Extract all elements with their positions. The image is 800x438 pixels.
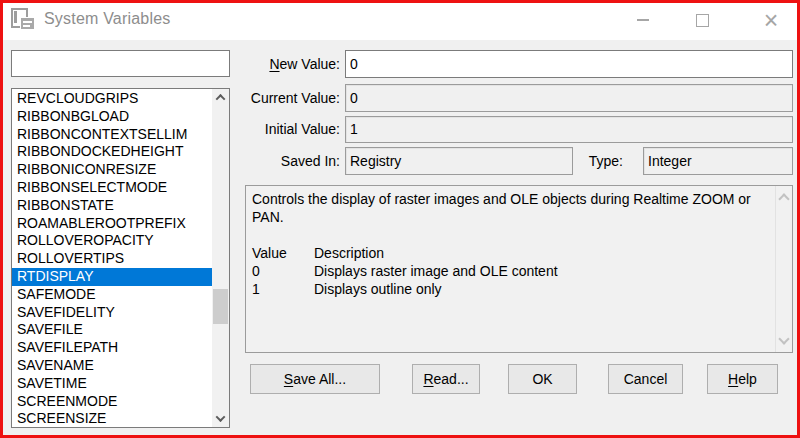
list-item[interactable]: RIBBONSTATE [12, 197, 212, 215]
new-value-input[interactable] [345, 50, 793, 78]
list-item[interactable]: ROLLOVERTIPS [12, 250, 212, 268]
scroll-thumb[interactable] [213, 289, 228, 324]
minimize-button[interactable] [625, 4, 661, 36]
value-cell: 1 [252, 280, 314, 298]
window-title: System Variables [44, 10, 171, 28]
list-item[interactable]: ROAMABLEROOTPREFIX [12, 215, 212, 233]
minimize-icon [637, 19, 649, 21]
table-header-row: Value Description [252, 244, 773, 262]
list-item[interactable]: SAVEFIDELITY [12, 304, 212, 322]
close-icon: × [764, 8, 779, 33]
current-value-label: Current Value: [240, 84, 340, 112]
description-paragraph: Controls the display of raster images an… [252, 190, 773, 226]
type-label: Type: [523, 147, 623, 175]
list-item[interactable]: RIBBONBGLOAD [12, 108, 212, 126]
close-button[interactable]: × [753, 4, 789, 36]
read-button[interactable]: Read... [412, 364, 480, 394]
description-scrollbar[interactable] [775, 186, 792, 352]
description-column-header: Description [314, 244, 773, 262]
variable-filter-input[interactable] [11, 50, 230, 77]
chevron-up-icon [216, 94, 226, 104]
list-item[interactable]: SAVETIME [12, 375, 212, 393]
chevron-down-icon[interactable] [778, 333, 789, 344]
maximize-icon [696, 14, 709, 27]
list-item[interactable]: SAFEMODE [12, 286, 212, 304]
list-item[interactable]: REVCLOUDGRIPS [12, 90, 212, 108]
list-scrollbar[interactable] [212, 89, 229, 427]
description-cell: Displays outline only [314, 280, 773, 298]
list-item[interactable]: RTDISPLAY [12, 268, 212, 286]
new-value-label: New Value: [240, 50, 340, 78]
chevron-up-icon[interactable] [778, 193, 789, 204]
description-box: Controls the display of raster images an… [245, 185, 793, 353]
list-item[interactable]: SCREENSIZE [12, 410, 212, 428]
value-cell: 0 [252, 262, 314, 280]
list-item[interactable]: SAVENAME [12, 357, 212, 375]
initial-value-field: 1 [345, 116, 793, 143]
value-column-header: Value [252, 244, 314, 262]
type-field: Integer [643, 147, 793, 175]
value-description-table: Value Description 0 Displays raster imag… [252, 244, 773, 298]
save-all-button[interactable]: Save All... [250, 364, 380, 394]
list-item[interactable]: SAVEFILE [12, 321, 212, 339]
ok-button[interactable]: OK [508, 364, 577, 394]
description-cell: Displays raster image and OLE content [314, 262, 773, 280]
scroll-up-button[interactable] [212, 89, 229, 106]
help-button[interactable]: Help [707, 364, 778, 394]
description-text: Controls the display of raster images an… [246, 186, 775, 352]
maximize-button[interactable] [684, 4, 720, 36]
list-item[interactable]: RIBBONSELECTMODE [12, 179, 212, 197]
titlebar: System Variables × [0, 0, 800, 40]
current-value-field: 0 [345, 84, 793, 112]
list-item[interactable]: ROLLOVEROPACITY [12, 232, 212, 250]
app-icon-list-shape [20, 17, 35, 30]
table-row: 1 Displays outline only [252, 280, 773, 298]
list-item[interactable]: RIBBONCONTEXTSELLIM [12, 126, 212, 144]
list-item[interactable]: SCREENMODE [12, 393, 212, 411]
scroll-down-button[interactable] [212, 410, 229, 427]
initial-value-label: Initial Value: [240, 116, 340, 143]
list-item[interactable]: RIBBONDOCKEDHEIGHT [12, 143, 212, 161]
saved-in-label: Saved In: [240, 147, 340, 175]
sysvar-listbox-items: REVCLOUDGRIPSRIBBONBGLOADRIBBONCONTEXTSE… [12, 90, 212, 428]
system-variables-dialog: System Variables × REVCLOUDGRIPSRIBBONBG… [0, 0, 800, 438]
chevron-down-icon [216, 412, 226, 422]
list-item[interactable]: RIBBONICONRESIZE [12, 161, 212, 179]
system-variables-app-icon [11, 8, 37, 32]
cancel-button[interactable]: Cancel [608, 364, 683, 394]
table-row: 0 Displays raster image and OLE content [252, 262, 773, 280]
sysvar-listbox[interactable]: REVCLOUDGRIPSRIBBONBGLOADRIBBONCONTEXTSE… [11, 88, 230, 428]
list-item[interactable]: SAVEFILEPATH [12, 339, 212, 357]
